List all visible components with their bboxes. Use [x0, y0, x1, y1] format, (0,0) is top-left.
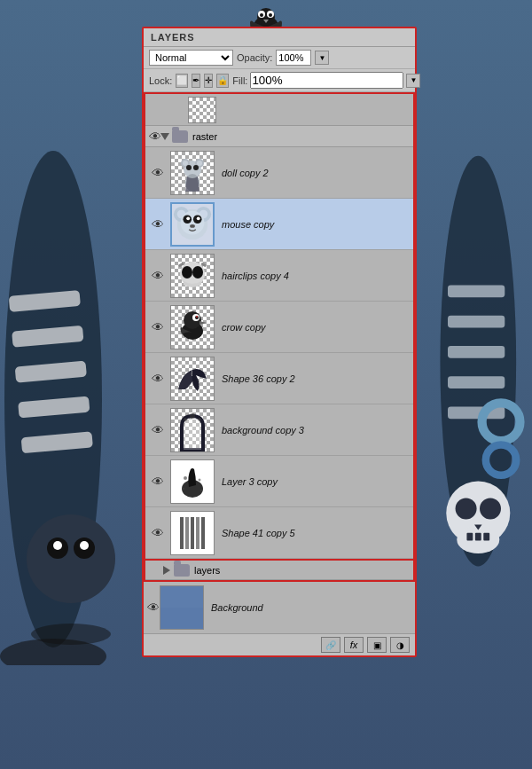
layer-hairclips-copy-4[interactable]: 👁 hairclips copy 4	[145, 250, 413, 302]
fill-arrow[interactable]: ▼	[406, 74, 420, 88]
shape36-eye[interactable]: 👁	[149, 372, 167, 386]
layers-group-header[interactable]: layers	[145, 559, 413, 580]
opacity-arrow[interactable]: ▼	[315, 51, 329, 65]
svg-point-67	[184, 476, 187, 480]
svg-point-69	[183, 488, 184, 490]
background-layer-area: 👁 Background 🔗 fx ▣ ◑	[144, 582, 415, 655]
background-eye[interactable]: 👁	[147, 600, 160, 615]
svg-point-62	[196, 316, 198, 318]
lock-all-icon[interactable]: 🔒	[216, 74, 229, 88]
hairclips-thumb	[170, 254, 215, 298]
raster-collapse-triangle[interactable]	[160, 133, 169, 140]
blend-mode-select[interactable]: Normal	[149, 50, 233, 66]
svg-point-38	[197, 161, 202, 166]
opacity-label: Opacity:	[237, 52, 272, 63]
svg-point-52	[190, 224, 195, 228]
layer-mouse-copy[interactable]: 👁	[145, 199, 413, 250]
fill-section: Fill: ▼	[232, 72, 420, 89]
layer-background-copy3[interactable]: 👁 background copy 3	[145, 404, 413, 456]
raster-group-header[interactable]: 👁 raster	[145, 126, 413, 147]
raster-group-name: raster	[192, 131, 217, 142]
opacity-input[interactable]	[276, 50, 311, 66]
svg-rect-17	[448, 376, 505, 388]
background-layer-label: Background	[211, 602, 263, 613]
svg-point-50	[186, 216, 190, 220]
bgcopy-eye[interactable]: 👁	[149, 423, 167, 437]
mouse-eye[interactable]: 👁	[149, 217, 167, 231]
layer-layer3-copy[interactable]: 👁 Layer 3 copy	[145, 456, 413, 507]
raster-folder-icon	[172, 130, 188, 143]
blend-opacity-row: Normal Opacity: ▼	[144, 47, 415, 69]
shape41-thumb	[170, 511, 215, 555]
layers-group-name: layers	[194, 565, 220, 576]
svg-point-59	[184, 311, 201, 329]
svg-point-54	[182, 266, 192, 279]
lock-paint-icon[interactable]: ✒	[192, 74, 200, 88]
svg-point-40	[193, 165, 199, 170]
svg-rect-77	[160, 586, 203, 608]
doll-eye[interactable]: 👁	[149, 166, 167, 180]
adjustment-button[interactable]: ◑	[390, 637, 410, 653]
left-characters	[0, 133, 151, 665]
svg-point-10	[80, 541, 89, 550]
svg-rect-24	[475, 533, 481, 541]
layers-panel: LAYERS Normal Opacity: ▼ Lock: ⬜ ✒ ✛ 🔒 F…	[142, 27, 417, 657]
layer-shape36-copy2[interactable]: 👁 Shape 36 copy 2	[145, 353, 413, 404]
lock-position-icon[interactable]: ⬜	[176, 74, 188, 88]
svg-point-39	[186, 165, 192, 170]
background-copy3-label: background copy 3	[222, 425, 304, 436]
svg-rect-74	[196, 517, 200, 549]
svg-point-9	[53, 541, 62, 550]
layer3-copy-label: Layer 3 copy	[222, 476, 278, 487]
fill-input[interactable]	[250, 72, 403, 89]
hairclips-eye[interactable]: 👁	[149, 269, 167, 283]
svg-point-33	[269, 13, 272, 17]
svg-point-22	[480, 498, 501, 519]
svg-point-21	[456, 498, 477, 519]
mask-button[interactable]: ▣	[367, 637, 387, 653]
layer3-eye[interactable]: 👁	[149, 475, 167, 489]
layer3-thumb	[170, 459, 215, 504]
svg-point-51	[197, 216, 200, 220]
layer-crow-copy[interactable]: 👁 crow copy	[145, 302, 413, 353]
bgcopy-thumb	[170, 408, 215, 452]
svg-rect-18	[448, 407, 505, 420]
svg-point-6	[27, 514, 115, 603]
svg-point-55	[192, 266, 203, 279]
svg-rect-73	[191, 517, 194, 549]
mouse-thumb	[170, 202, 215, 247]
svg-point-65	[198, 418, 201, 421]
svg-point-32	[260, 13, 263, 17]
lock-label: Lock:	[149, 75, 172, 86]
svg-point-63	[190, 413, 195, 419]
panel-title: LAYERS	[144, 28, 415, 47]
raster-eye[interactable]: 👁	[149, 129, 161, 144]
crow-copy-label: crow copy	[222, 322, 266, 333]
svg-point-68	[199, 478, 201, 481]
svg-rect-14	[448, 285, 505, 297]
mouse-copy-label: mouse copy	[222, 219, 274, 230]
background-thumb	[160, 585, 204, 630]
doll-thumb	[170, 151, 215, 195]
svg-point-64	[184, 418, 187, 421]
background-layer-item[interactable]: 👁 Background	[144, 582, 415, 633]
svg-rect-71	[180, 517, 184, 549]
hairclips-copy-4-label: hairclips copy 4	[222, 271, 289, 281]
fx-button[interactable]: fx	[344, 637, 364, 653]
svg-rect-72	[185, 517, 189, 549]
layer-doll-copy-2[interactable]: 👁	[145, 147, 413, 199]
shape36-copy2-label: Shape 36 copy 2	[222, 373, 295, 384]
svg-rect-15	[448, 316, 505, 328]
crow-eye[interactable]: 👁	[149, 320, 167, 334]
shape41-eye[interactable]: 👁	[149, 526, 167, 540]
link-layers-button[interactable]: 🔗	[321, 637, 340, 653]
fill-label: Fill:	[232, 75, 247, 86]
doll-copy-2-label: doll copy 2	[222, 168, 269, 178]
bottom-toolbar: 🔗 fx ▣ ◑	[144, 633, 415, 655]
svg-point-37	[183, 161, 188, 166]
svg-rect-23	[466, 533, 473, 541]
top-thumb-row	[145, 94, 413, 126]
lock-move-icon[interactable]: ✛	[204, 74, 213, 88]
svg-rect-16	[448, 346, 505, 358]
layer-shape41-copy5[interactable]: 👁 Shape 41 copy 5	[145, 507, 413, 559]
